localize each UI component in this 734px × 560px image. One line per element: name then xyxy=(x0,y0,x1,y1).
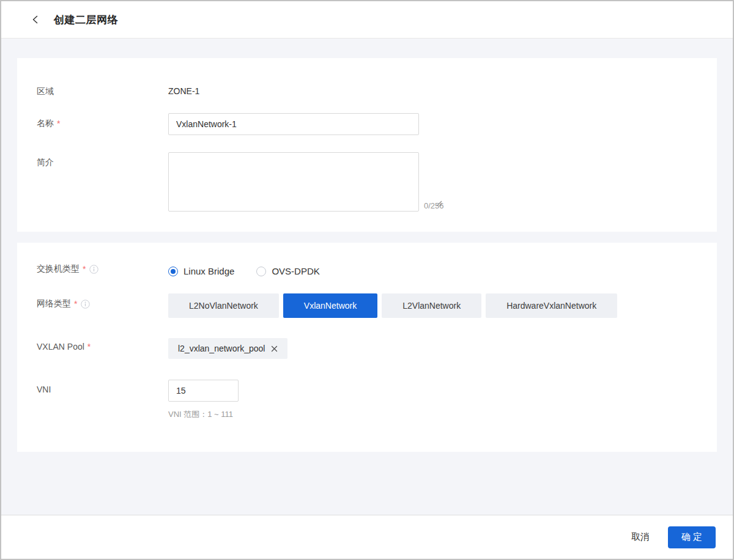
name-row: 名称 * xyxy=(37,113,697,135)
radio-linux-bridge[interactable]: Linux Bridge xyxy=(168,266,234,276)
vni-range-hint: VNI 范围：1 ~ 111 xyxy=(168,409,239,420)
vni-row: VNI VNI 范围：1 ~ 111 xyxy=(37,380,697,420)
required-asterisk: * xyxy=(87,342,91,352)
info-icon[interactable] xyxy=(89,265,98,274)
back-button[interactable] xyxy=(28,12,43,27)
required-asterisk: * xyxy=(57,119,60,128)
switch-type-label: 交换机类型 * xyxy=(37,263,168,274)
description-textarea[interactable] xyxy=(168,152,419,212)
vni-field-group: VNI 范围：1 ~ 111 xyxy=(168,380,239,420)
zone-value: ZONE-1 xyxy=(168,81,199,96)
network-type-vxlan-button[interactable]: VxlanNetwork xyxy=(283,293,377,318)
network-type-button-group: L2NoVlanNetwork VxlanNetwork L2VlanNetwo… xyxy=(168,293,617,318)
radio-ovs-dpdk[interactable]: OVS-DPDK xyxy=(256,266,319,276)
vxlan-pool-row: VXLAN Pool * l2_vxlan_network_pool xyxy=(37,337,697,359)
page-header: 创建二层网络 xyxy=(1,1,733,39)
basic-info-card: 区域 ZONE-1 名称 * 简介 xyxy=(17,58,717,232)
confirm-button[interactable]: 确定 xyxy=(668,526,716,548)
chevron-left-icon xyxy=(31,15,40,24)
network-type-label: 网络类型 * xyxy=(37,293,168,309)
page-title: 创建二层网络 xyxy=(54,13,118,27)
vni-input[interactable] xyxy=(168,380,239,402)
switch-type-radio-group: Linux Bridge OVS-DPDK xyxy=(168,263,320,276)
info-icon[interactable] xyxy=(81,300,90,309)
network-type-hardwarevxlan-button[interactable]: HardwareVxlanNetwork xyxy=(486,293,617,318)
cancel-button[interactable]: 取消 xyxy=(631,531,650,543)
switch-type-row: 交换机类型 * Linux Bridge xyxy=(37,263,697,276)
name-input[interactable] xyxy=(168,113,419,135)
action-footer: 取消 确定 xyxy=(1,515,733,559)
char-counter: 0/256 xyxy=(424,201,444,212)
network-settings-card: 交换机类型 * Linux Bridge xyxy=(17,243,717,452)
radio-unselected-icon xyxy=(256,267,266,276)
description-textarea-wrap: 0/256 xyxy=(168,152,444,212)
form-content: 区域 ZONE-1 名称 * 简介 xyxy=(1,39,733,515)
name-label: 名称 * xyxy=(37,113,168,129)
required-asterisk: * xyxy=(74,299,77,309)
tag-close-icon[interactable] xyxy=(271,345,278,352)
network-type-row: 网络类型 * L2NoVlanNetwork VxlanNetwork L2Vl… xyxy=(37,293,697,318)
vxlan-pool-tag[interactable]: l2_vxlan_network_pool xyxy=(168,338,287,359)
required-asterisk: * xyxy=(83,264,86,274)
description-label: 简介 xyxy=(37,152,168,168)
network-type-l2novlan-button[interactable]: L2NoVlanNetwork xyxy=(168,293,279,318)
zone-row: 区域 ZONE-1 xyxy=(37,81,697,97)
vxlan-pool-tag-label: l2_vxlan_network_pool xyxy=(178,344,265,353)
description-row: 简介 0/256 xyxy=(37,152,697,212)
network-type-l2vlan-button[interactable]: L2VlanNetwork xyxy=(382,293,481,318)
vxlan-pool-label: VXLAN Pool * xyxy=(37,337,168,352)
radio-selected-icon xyxy=(168,267,178,276)
create-l2-network-page: 创建二层网络 区域 ZONE-1 名称 * 简介 xyxy=(0,0,734,560)
vni-label: VNI xyxy=(37,380,168,394)
zone-label: 区域 xyxy=(37,81,168,97)
